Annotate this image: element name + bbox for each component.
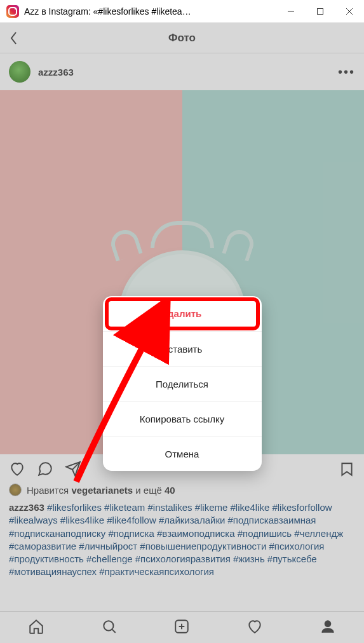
page-title: Фото	[168, 32, 196, 44]
hashtag[interactable]: #likes4like	[58, 515, 104, 525]
hashtag[interactable]: #жизнь	[231, 553, 265, 564]
home-icon	[28, 618, 44, 635]
bookmark-icon	[339, 461, 355, 477]
send-icon	[65, 461, 81, 477]
hashtag[interactable]: #практическаяпсихология	[97, 566, 214, 577]
likes-summary[interactable]: Нравится vegetarianets и ещё 40	[0, 482, 364, 500]
heart-icon	[246, 618, 263, 635]
hashtag[interactable]: #chellenge	[84, 553, 133, 564]
window-titlebar: Azz в Instagram: «#likesforlikes #likete…	[0, 0, 364, 23]
instagram-app-icon	[6, 5, 19, 18]
hashtag[interactable]: #взаимоподписка	[154, 528, 235, 539]
window-title: Azz в Instagram: «#likesforlikes #likete…	[24, 6, 276, 17]
window-close-button[interactable]	[335, 0, 364, 22]
svg-point-6	[104, 621, 113, 630]
hashtag[interactable]: #like4like	[227, 502, 269, 513]
search-icon	[101, 618, 118, 635]
likes-prefix: Нравится	[27, 485, 69, 496]
author-avatar[interactable]	[9, 61, 30, 83]
comment-icon	[37, 461, 53, 477]
post-more-button[interactable]: •••	[338, 65, 355, 79]
hashtag[interactable]: #саморазвитие	[9, 541, 76, 552]
liker-avatar	[9, 484, 22, 496]
hashtag[interactable]: #путьксебе	[265, 553, 317, 564]
hashtag[interactable]: #instalikes	[145, 502, 192, 513]
bookmark-button[interactable]	[339, 461, 355, 480]
hashtag[interactable]: #like4follow	[104, 515, 156, 525]
likes-and: и ещё	[135, 485, 162, 496]
hashtag[interactable]: #likealways	[9, 515, 58, 525]
hashtag[interactable]: #likesforfollow	[269, 502, 332, 513]
post-caption: azzz363 #likesforlikes #liketeam #instal…	[0, 500, 364, 585]
sheet-delete[interactable]: Удалить	[103, 296, 262, 331]
hashtag[interactable]: #психология	[266, 541, 324, 552]
window-controls	[276, 0, 364, 22]
nav-add-post[interactable]	[173, 618, 190, 637]
comment-button[interactable]	[37, 461, 53, 480]
likes-user: vegetarianets	[71, 485, 133, 496]
hashtag[interactable]: #подпишись	[235, 528, 292, 539]
hashtag[interactable]: #подпискавзаимная	[225, 515, 316, 525]
bottom-nav	[0, 611, 364, 643]
window-maximize-button[interactable]	[306, 0, 335, 22]
action-sheet: Удалить Вставить Поделиться Копировать с…	[103, 296, 262, 471]
nav-activity[interactable]	[246, 618, 263, 637]
nav-search[interactable]	[101, 618, 118, 637]
caption-username[interactable]: azzz363	[9, 502, 44, 513]
sheet-insert[interactable]: Вставить	[103, 331, 262, 366]
app-content: Фото azzz363 •••	[0, 23, 364, 643]
nav-home[interactable]	[28, 618, 44, 637]
window-minimize-button[interactable]	[276, 0, 306, 22]
sheet-share[interactable]: Поделиться	[103, 366, 262, 401]
like-button[interactable]	[9, 461, 25, 480]
post-header: azzz363 •••	[0, 53, 364, 90]
share-button[interactable]	[65, 461, 81, 480]
hashtag[interactable]: #мотивациянауспех	[9, 566, 97, 577]
hashtag[interactable]: #психологияразвития	[133, 553, 231, 564]
svg-point-11	[325, 621, 330, 626]
chevron-left-icon	[9, 30, 18, 46]
sheet-copy-link[interactable]: Копировать ссылку	[103, 401, 262, 436]
hashtag[interactable]: #челлендж	[292, 528, 343, 539]
hashtag[interactable]: #подписка	[105, 528, 154, 539]
hashtag[interactable]: #liketeam	[102, 502, 145, 513]
hashtag[interactable]: #повышениепродуктивности	[137, 541, 266, 552]
likes-count: 40	[165, 485, 175, 496]
hashtag[interactable]: #likesforlikes	[47, 502, 102, 513]
sheet-cancel[interactable]: Отмена	[103, 436, 262, 471]
app-header: Фото	[0, 23, 364, 53]
hashtag[interactable]: #лайкизалайки	[156, 515, 226, 525]
svg-rect-1	[318, 8, 323, 14]
hashtag[interactable]: #продуктивность	[9, 553, 84, 564]
hashtag[interactable]: #личныйрост	[76, 541, 137, 552]
hashtag[interactable]: #likeme	[192, 502, 228, 513]
profile-icon	[320, 618, 336, 635]
svg-line-7	[112, 629, 115, 632]
hashtag[interactable]: #подписканаподписку	[9, 528, 105, 539]
back-button[interactable]	[9, 23, 18, 53]
plus-square-icon	[173, 618, 190, 635]
heart-icon	[9, 461, 25, 477]
nav-profile[interactable]	[320, 618, 336, 637]
author-username[interactable]: azzz363	[38, 67, 74, 78]
